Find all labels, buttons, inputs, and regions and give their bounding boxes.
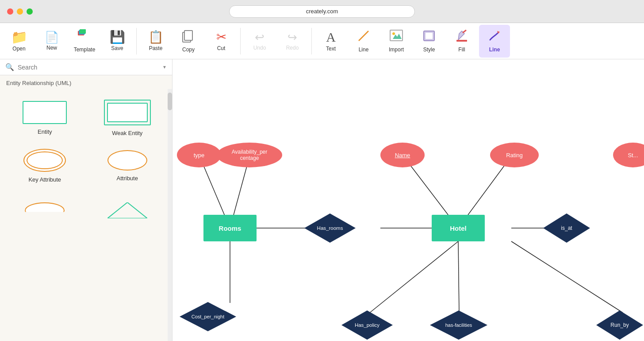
- open-button[interactable]: 📁 Open: [4, 25, 34, 58]
- svg-rect-6: [390, 30, 402, 41]
- entity-shape: [23, 101, 67, 124]
- line-icon: [357, 29, 370, 45]
- node-hotel[interactable]: Hotel: [432, 215, 485, 241]
- divider-2: [240, 28, 241, 54]
- node-availability[interactable]: Availability_percentage: [217, 143, 282, 167]
- node-has-facilities[interactable]: has-facilities: [429, 310, 488, 341]
- svg-line-5: [359, 31, 368, 41]
- node-rooms[interactable]: Rooms: [203, 215, 257, 241]
- search-bar: 🔍 ▼: [0, 59, 172, 75]
- cut-button[interactable]: ✂ Cut: [206, 25, 237, 58]
- new-icon: 📄: [45, 31, 59, 43]
- shapes-grid: Entity Weak Entity Key Attribu: [0, 89, 172, 192]
- svg-point-8: [392, 32, 395, 35]
- entity-shape-label: Entity: [38, 128, 52, 135]
- import-icon: [389, 29, 403, 45]
- import-button[interactable]: Import: [381, 25, 412, 58]
- node-hotel-label: Hotel: [450, 225, 467, 232]
- text-icon: A: [326, 31, 336, 44]
- style-button[interactable]: Style: [414, 25, 445, 58]
- node-rooms-label: Rooms: [219, 225, 242, 232]
- cut-icon: ✂: [216, 31, 226, 43]
- style-icon: [422, 29, 436, 45]
- svg-line-21: [370, 241, 458, 313]
- weak-entity-shape-item[interactable]: Weak Entity: [86, 93, 169, 142]
- traffic-lights: [7, 8, 33, 15]
- maximize-button[interactable]: [27, 8, 33, 15]
- new-button[interactable]: 📄 New: [36, 25, 67, 58]
- paste-label: Paste: [149, 45, 163, 51]
- save-icon: 💾: [110, 31, 125, 43]
- toolbar: 📁 Open 📄 New Template 💾 Save 📋 Paste: [0, 23, 644, 59]
- svg-text:Cost_per_night: Cost_per_night: [192, 314, 225, 319]
- cut-label: Cut: [217, 45, 226, 51]
- collapse-icon: ▼: [162, 65, 167, 70]
- node-type[interactable]: type: [177, 143, 221, 167]
- titlebar: creately.com: [0, 0, 644, 23]
- partial-ellipse-shape: [25, 202, 65, 218]
- paste-button[interactable]: 📋 Paste: [140, 25, 171, 58]
- copy-icon: [182, 30, 195, 45]
- fill-button[interactable]: Fill: [446, 25, 477, 58]
- line-button[interactable]: Line: [348, 25, 379, 58]
- node-run-by[interactable]: Run_by: [595, 310, 644, 341]
- sidebar-category-title: Entity Relationship (UML): [0, 75, 172, 89]
- url-bar[interactable]: creately.com: [229, 5, 415, 18]
- node-is-at[interactable]: is_at: [542, 213, 591, 244]
- svg-text:has-facilities: has-facilities: [445, 322, 472, 328]
- template-label: Template: [74, 46, 96, 53]
- svg-text:Has_policy: Has_policy: [355, 322, 380, 328]
- paste-icon: 📋: [148, 31, 164, 43]
- node-st-partial[interactable]: St...: [613, 143, 644, 167]
- svg-line-22: [458, 241, 459, 313]
- svg-text:is_at: is_at: [561, 225, 572, 231]
- undo-button[interactable]: ↩ Undo: [244, 25, 275, 58]
- node-rating-label: Rating: [506, 152, 523, 159]
- svg-rect-2: [80, 29, 86, 34]
- template-icon: [77, 29, 92, 45]
- search-icon: 🔍: [5, 63, 14, 71]
- text-label: Text: [326, 46, 336, 52]
- node-has-rooms[interactable]: Has_rooms: [303, 213, 356, 244]
- key-attr-shape-label: Key Attribute: [28, 176, 61, 183]
- save-button[interactable]: 💾 Save: [102, 25, 133, 58]
- canvas[interactable]: type Availability_percentage Name Rating…: [172, 59, 644, 341]
- copy-label: Copy: [182, 46, 195, 53]
- key-attr-shape-item[interactable]: Key Attribute: [4, 142, 86, 188]
- open-icon: 📁: [11, 31, 27, 44]
- svg-rect-4: [184, 31, 192, 40]
- template-button[interactable]: Template: [69, 25, 100, 58]
- redo-label: Redo: [286, 45, 299, 51]
- node-rating[interactable]: Rating: [490, 143, 539, 167]
- close-button[interactable]: [7, 8, 13, 15]
- line2-button[interactable]: Line: [479, 25, 510, 58]
- new-label: New: [46, 45, 57, 51]
- node-type-label: type: [194, 152, 205, 159]
- copy-button[interactable]: Copy: [173, 25, 204, 58]
- line-label: Line: [359, 46, 369, 53]
- attr-shape-item[interactable]: Attribute: [86, 142, 169, 188]
- redo-button[interactable]: ↪ Redo: [277, 25, 308, 58]
- save-label: Save: [111, 45, 123, 51]
- node-availability-label: Availability_percentage: [232, 149, 268, 162]
- search-input[interactable]: [18, 64, 159, 71]
- node-has-policy[interactable]: Has_policy: [341, 310, 394, 341]
- svg-line-11: [463, 30, 466, 33]
- attr-shape-label: Attribute: [117, 175, 138, 182]
- partial-shape-item-1[interactable]: [4, 195, 86, 224]
- undo-icon: ↩: [255, 31, 264, 43]
- fill-icon: [455, 29, 469, 45]
- svg-text:Run_by: Run_by: [610, 322, 629, 328]
- er-lines-svg: [172, 59, 644, 341]
- url-text: creately.com: [230, 8, 414, 15]
- node-name[interactable]: Name: [380, 143, 425, 167]
- minimize-button[interactable]: [17, 8, 23, 15]
- import-label: Import: [389, 46, 404, 53]
- text-button[interactable]: A Text: [315, 25, 346, 58]
- svg-line-23: [511, 241, 623, 313]
- node-cost-per-night[interactable]: Cost_per_night: [179, 301, 237, 332]
- attr-shape: [107, 150, 147, 170]
- entity-shape-item[interactable]: Entity: [4, 93, 86, 142]
- partial-shape-item-2[interactable]: [86, 195, 169, 224]
- svg-rect-10: [426, 33, 433, 39]
